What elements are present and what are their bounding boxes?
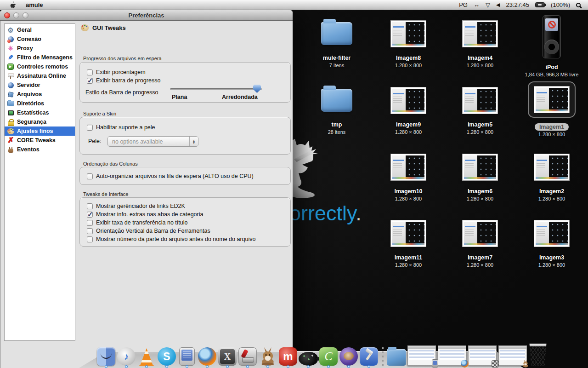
menu-clock[interactable]: 23:27:45 [506,2,529,8]
stepper-arrows-icon[interactable]: ▲▼ [189,137,198,146]
dock-itunes-icon[interactable]: ♪ [117,345,136,366]
show-percentage-checkbox[interactable] [87,69,93,75]
dock-address-device-icon[interactable] [177,345,197,366]
signpost-icon [7,72,14,80]
connection-globe-icon [7,35,14,43]
dock: ♪ S X m C [79,339,524,368]
window-title-bar[interactable]: Preferências [0,10,293,21]
arrows-icon[interactable]: ↔ [474,2,480,8]
desktop-icon-imagem2[interactable]: Imagem2 1.280 × 800 [517,150,586,201]
sidebar-item-geral[interactable]: Geral [5,25,75,34]
battery-icon[interactable] [535,2,545,7]
close-button[interactable] [4,12,10,18]
sidebar-item-servidor[interactable]: Servidor [5,80,75,90]
sidebar-item-filtro-de-mensagens[interactable]: Filtro de Mensagens [5,53,75,62]
sidebar-item-proxy[interactable]: Proxy [5,44,75,53]
skin-select[interactable]: no options available ▲▼ [107,136,198,147]
desktop-icon-imagem10[interactable]: Imagem10 1.280 × 800 [374,150,443,201]
show-progressbar-checkbox[interactable] [87,78,93,84]
dock-xchat-icon[interactable]: X [218,345,237,366]
palette-icon [81,24,89,31]
dock-coda-icon[interactable]: C [319,345,338,366]
dock-amule-icon[interactable] [258,345,277,366]
sidebar-item-estatisticas[interactable]: Estatísticas [5,108,75,117]
server-globe-icon [7,81,14,89]
dock-finder-icon[interactable] [96,345,116,366]
dock-fugu-icon[interactable] [299,345,318,366]
sidebar-item-seguranca[interactable]: Segurança [5,117,75,126]
rate-in-title-checkbox[interactable] [87,220,93,226]
desktop-icon-imagem4[interactable]: Imagem4 1.280 × 800 [446,17,514,68]
desktop-icon-imagem1-selected[interactable]: Imagem1 1.280 × 800 [517,79,586,137]
dock-xcode-icon[interactable] [359,345,379,366]
sidebar-item-arquivos[interactable]: Arquivos [5,90,75,99]
dock-minimized-window-device[interactable] [407,345,436,366]
dock-transmission-icon[interactable] [238,345,257,366]
selected-label-pill: Imagem1 [535,123,569,131]
screenshot-thumbnail-icon [391,21,426,47]
enable-skin-row: Habilitar suporte a pele [87,124,155,131]
dock-minimized-window-firefox[interactable] [437,345,467,366]
minimize-button[interactable] [13,12,19,18]
device-badge-icon [432,359,438,368]
spotlight-icon[interactable] [576,3,581,7]
files-cube-icon [7,91,14,98]
stats-monitor-icon [7,109,14,116]
volume-icon[interactable]: ◀ [496,2,500,7]
category-tabs-info-checkbox[interactable] [87,212,93,218]
screenshot-thumbnail-icon [391,154,426,180]
dock-skype-icon[interactable]: S [157,345,176,366]
desktop-icon-imagem8[interactable]: Imagem8 1.280 × 800 [374,17,443,68]
airport-icon[interactable]: ▽ [486,2,490,8]
ed2k-links-checkbox[interactable] [87,203,93,209]
desktop-icon-imagem11[interactable]: Imagem11 1.280 × 800 [374,216,443,268]
active-app-name[interactable]: amule [26,1,43,8]
section-title-columns: Ordenação das Colunas [83,161,138,167]
zoom-button[interactable] [23,12,28,18]
mule-badge-icon [522,359,529,368]
lock-icon [7,118,14,126]
sidebar-item-eventos[interactable]: Eventos [5,145,75,154]
sidebar-item-diretorios[interactable]: Diretórios [5,99,75,108]
sidebar-item-assinatura-online[interactable]: Assinatura Online [5,71,75,80]
message-filter-pen-icon [7,54,14,61]
dock-firefox-icon[interactable] [198,345,217,366]
panel-header: GUI Tweaks [81,24,126,31]
window-title: Preferências [128,12,164,19]
vertical-toolbar-checkbox[interactable] [87,228,93,234]
dock-minimized-window-xchat[interactable] [468,345,497,366]
desktop-icon-imagem6[interactable]: Imagem6 1.280 × 800 [446,150,514,201]
sidebar-item-ajustes-finos[interactable]: Ajustes finos [5,126,75,136]
slider-min-label: Plana [172,94,187,100]
sidebar-item-controles-remotos[interactable]: Controles remotos [5,62,75,71]
apple-menu-icon[interactable] [10,1,17,9]
desktop-icon-ipod[interactable]: iPod 1,84 GB, 966,3 MB livre [517,14,586,77]
folder-icon [7,100,14,107]
dock-folder-icon[interactable] [387,345,406,366]
slider-track[interactable] [170,88,262,90]
desktop-icon-tmp[interactable]: tmp 28 itens [302,83,371,135]
auto-sort-checkbox[interactable] [87,173,93,179]
screenshot-thumbnail-icon [463,154,498,180]
dock-trash-icon[interactable] [528,345,548,366]
enable-skin-checkbox[interactable] [87,125,93,131]
sidebar-item-core-tweaks[interactable]: CORE Tweaks [5,136,75,145]
dock-minimized-window-amule[interactable] [498,345,527,366]
skin-select-label: Pele: [88,138,102,144]
remote-control-icon [7,63,14,70]
proxy-icon [7,45,14,52]
dock-vlc-icon[interactable] [137,345,156,366]
dock-ship-orb-icon[interactable] [339,345,358,366]
part-number-checkbox[interactable] [87,236,93,242]
input-source-indicator[interactable]: PG [459,2,468,8]
desktop-icon-imagem7[interactable]: Imagem7 1.280 × 800 [446,216,514,268]
dock-m-client-icon[interactable]: m [278,345,298,366]
show-percentage-row: Exibir porcentagem [87,69,146,75]
desktop-icon-mule-filter[interactable]: mule-filter 7 itens [302,17,371,68]
desktop-icon-imagem9[interactable]: Imagem9 1.280 × 800 [374,83,443,135]
sidebar-item-conexao[interactable]: Conexão [5,34,75,44]
desktop-icon-imagem5[interactable]: Imagem5 1.280 × 800 [446,83,514,135]
slider-handle[interactable] [253,85,261,93]
xchat-badge-icon [492,360,499,368]
desktop-icon-imagem3[interactable]: Imagem3 1.280 × 800 [517,216,586,268]
